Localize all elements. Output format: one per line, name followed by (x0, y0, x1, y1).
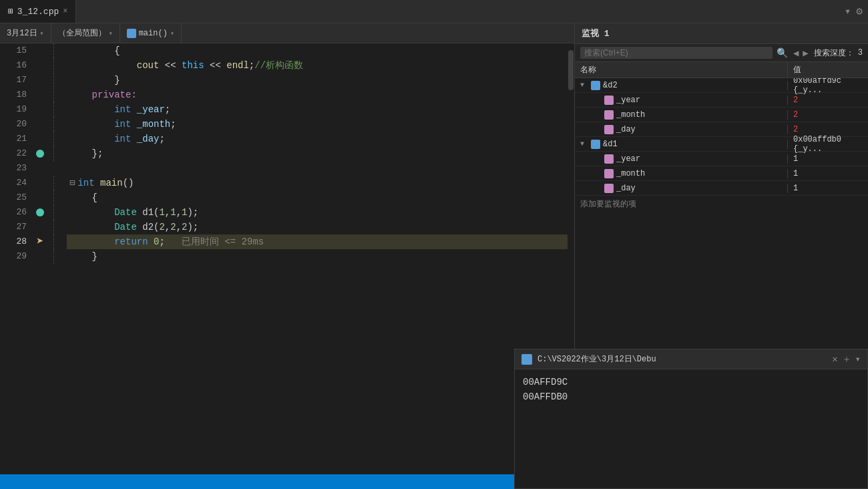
tab-close-button[interactable]: × (63, 7, 67, 16)
search-input[interactable] (580, 47, 773, 59)
toolbar-scope-label: （全局范围） (58, 27, 106, 39)
code-text-15: { (69, 43, 120, 58)
code-text-24b: main (100, 176, 123, 190)
watch-item-d1-day-val: 1 (788, 184, 868, 193)
fold-indicator-24[interactable]: ⊟ (69, 176, 75, 190)
watch-columns: 名称 值 (575, 62, 868, 78)
tab-actions: ▾ ⚙ (845, 5, 868, 18)
d2-year-label: _year (616, 96, 640, 105)
line-number-26: 26 (0, 205, 27, 220)
code-text-16e: endl (226, 58, 249, 73)
file-tab[interactable]: ⊞ 3_12.cpp × (0, 0, 76, 23)
code-line-24: ⊟int main() (67, 176, 568, 190)
line-number-19: 19 (0, 102, 27, 117)
watch-item-d1[interactable]: ▼ &d1 0x00affdb0 {_y... (575, 137, 868, 152)
d1-month-lock-icon (604, 169, 614, 178)
code-line-15: { (67, 43, 568, 58)
code-kw-int-19: int (114, 102, 131, 117)
watch-item-d2-year-val: 2 (788, 96, 868, 105)
breakpoint-22[interactable] (36, 150, 44, 158)
code-text-16f: ; (249, 58, 254, 73)
watch-title: 监视 1 (575, 23, 868, 44)
toolbar-function[interactable]: main() ▾ (120, 23, 182, 43)
code-text-18: private: (69, 88, 137, 102)
watch-item-d2-month-val: 2 (788, 110, 868, 120)
line-number-22: 22 (0, 146, 27, 161)
code-text-20c: ; (170, 117, 176, 132)
terminal-title: C:\VS2022作业\3月12日\Debu (537, 353, 827, 365)
code-line-25: { (67, 190, 568, 205)
d1-day-label: _day (616, 184, 636, 193)
watch-item-d2-month[interactable]: _month 2 (575, 108, 868, 122)
watch-item-d1-month[interactable]: _month 1 (575, 166, 868, 181)
function-icon (127, 29, 136, 38)
breakpoint-26[interactable] (36, 208, 44, 216)
code-kw-int-24: int (77, 176, 94, 190)
code-container: 15 16 17 18 19 20 21 22 23 24 25 26 27 2… (0, 43, 574, 474)
watch-item-d2[interactable]: ▼ &d2 0x00affd9c {_y... (575, 78, 868, 93)
toolbar-scope[interactable]: （全局范围） ▾ (51, 23, 120, 43)
editor-toolbar: 3月12日 ▾ （全局范围） ▾ main() ▾ (0, 23, 574, 43)
code-timing-28: 已用时间 <= 29ms (182, 234, 264, 249)
line-number-25: 25 (0, 190, 27, 205)
code-text-20b: _month (131, 117, 170, 132)
code-line-16: cout << this << endl;//析构函数 (67, 58, 568, 73)
toolbar-function-label: main() (139, 29, 168, 38)
scrollbar-thumb[interactable] (568, 50, 574, 90)
code-text-26f: ); (187, 205, 198, 220)
search-icon: 🔍 (777, 47, 788, 59)
d2-year-lock-icon (604, 96, 614, 105)
indent-area (47, 43, 67, 474)
line-number-28: 28 (0, 234, 27, 249)
terminal-panel: C:\VS2022作业\3月12日\Debu ✕ ＋ ▾ 00AFFD9C 00… (514, 349, 868, 489)
search-next-button[interactable]: ▶ (801, 47, 809, 59)
code-text-17: } (69, 73, 120, 88)
code-num-27b: 2 (170, 220, 176, 234)
gutter-29 (33, 249, 47, 264)
line-number-24: 24 (0, 176, 27, 190)
code-line-20: int _month; (67, 117, 568, 132)
gutter-21 (33, 132, 47, 146)
toolbar-date[interactable]: 3月12日 ▾ (0, 23, 51, 43)
code-num-26a: 1 (159, 205, 164, 220)
d2-expand-icon: ▼ (580, 82, 588, 89)
watch-item-d2-year[interactable]: _year 2 (575, 93, 868, 108)
search-depth-label: 搜索深度： (814, 47, 854, 59)
code-comment-16: //析构函数 (254, 58, 303, 73)
watch-add-prompt[interactable]: 添加要监视的项 (575, 196, 868, 212)
code-text-28b: ; (159, 234, 182, 249)
code-text-16a: cout (69, 58, 159, 73)
settings-icon[interactable]: ⚙ (856, 5, 863, 18)
code-text-27c: , (165, 220, 170, 234)
code-text-19a (69, 102, 114, 117)
watch-item-d1-year[interactable]: _year 1 (575, 152, 868, 166)
terminal-add-button[interactable]: ＋ (842, 353, 851, 365)
line-number-29: 29 (0, 249, 27, 264)
code-num-26b: 1 (170, 205, 176, 220)
code-text-19c: ; (165, 102, 170, 117)
search-prev-button[interactable]: ◀ (792, 47, 800, 59)
terminal-type-icon (521, 354, 532, 365)
code-class-27: Date (114, 220, 137, 234)
toolbar-date-label: 3月12日 (7, 27, 37, 39)
code-line-29: } (67, 249, 568, 264)
d2-label: &d2 (603, 81, 618, 90)
code-text-26c: , (165, 205, 170, 220)
dropdown-arrow-icon[interactable]: ▾ (845, 5, 851, 18)
code-text-26d: , (176, 205, 182, 220)
line-number-18: 18 (0, 88, 27, 102)
terminal-header: C:\VS2022作业\3月12日\Debu ✕ ＋ ▾ (515, 349, 867, 369)
code-text-16d: << (204, 58, 227, 73)
code-line-22: }; (67, 146, 568, 161)
terminal-dropdown-button[interactable]: ▾ (855, 353, 861, 365)
code-class-26: Date (114, 205, 137, 220)
watch-item-d1-day[interactable]: _day 1 (575, 181, 868, 196)
search-depth-value: 3 (858, 48, 863, 57)
d2-day-lock-icon (604, 125, 614, 134)
d2-day-label: _day (616, 125, 636, 134)
code-text-29: } (69, 249, 97, 264)
terminal-line-1: 00AFFD9C (523, 375, 859, 389)
code-num-28: 0 (154, 234, 159, 249)
watch-item-d1-month-val: 1 (788, 169, 868, 178)
terminal-close-button[interactable]: ✕ (832, 353, 837, 365)
